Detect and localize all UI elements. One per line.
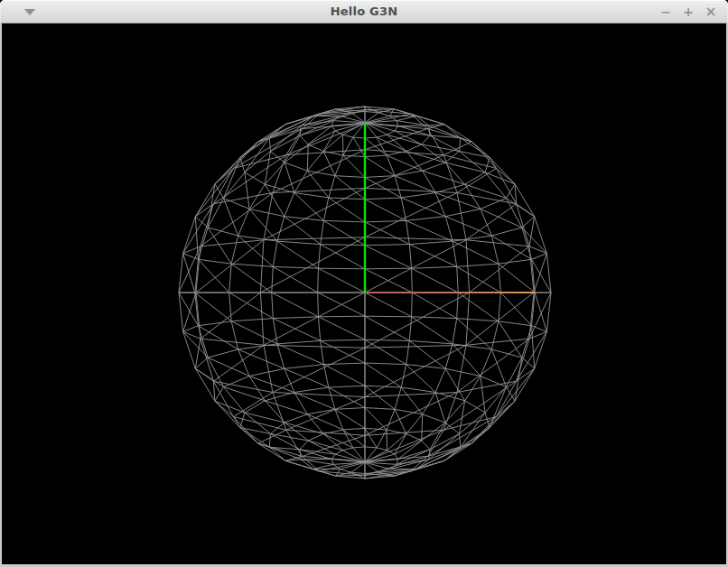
3d-viewport-canvas[interactable] (2, 23, 726, 564)
3d-viewport[interactable] (2, 23, 726, 564)
minimize-button[interactable]: − (659, 2, 672, 22)
window-title: Hello G3N (0, 0, 728, 23)
close-button[interactable]: × (705, 2, 717, 22)
chevron-down-icon (24, 9, 35, 15)
titlebar[interactable]: Hello G3N − + × (0, 0, 728, 23)
app-window: Hello G3N − + × (0, 0, 728, 567)
window-controls: − + × (659, 0, 717, 23)
window-menu-button[interactable] (24, 8, 35, 15)
maximize-button[interactable]: + (682, 2, 695, 22)
